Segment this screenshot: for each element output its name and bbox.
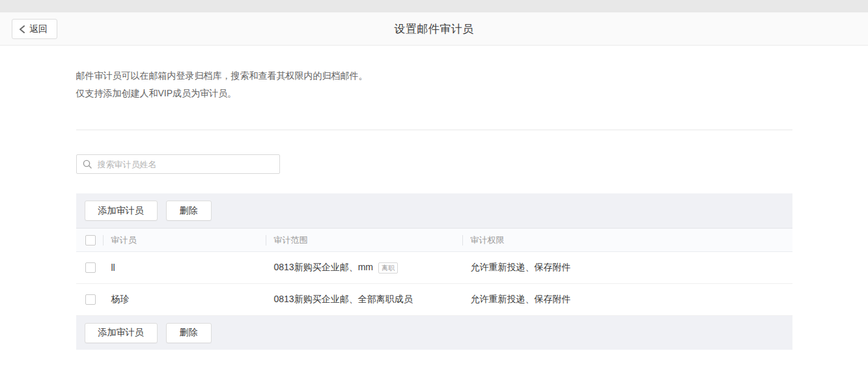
add-auditor-button[interactable]: 添加审计员 xyxy=(85,201,158,221)
intro-text: 邮件审计员可以在邮箱内登录归档库，搜索和查看其权限内的归档邮件。仅支持添加创建人… xyxy=(76,67,792,102)
select-all-checkbox[interactable] xyxy=(85,235,96,246)
auditor-name-cell: 杨珍 xyxy=(103,284,266,315)
row-checkbox-cell xyxy=(76,284,103,315)
row-checkbox[interactable] xyxy=(85,294,96,305)
search-box xyxy=(76,154,280,174)
table-header-row: 审计员 审计范围 审计权限 xyxy=(76,228,792,252)
audit-scope: 0813新购买企业邮、全部离职成员 xyxy=(274,294,413,305)
page-header: 返回 设置邮件审计员 xyxy=(0,12,868,46)
window-top-strip xyxy=(0,0,868,12)
audit-scope-cell: 0813新购买企业邮、mm 离职 xyxy=(266,252,462,283)
page-title: 设置邮件审计员 xyxy=(394,21,474,36)
column-header-auditor-label: 审计员 xyxy=(111,234,137,246)
delete-button-bottom[interactable]: 删除 xyxy=(166,323,212,343)
delete-button[interactable]: 删除 xyxy=(166,201,212,221)
column-header-scope: 审计范围 xyxy=(266,229,462,251)
row-checkbox[interactable] xyxy=(85,262,96,273)
column-header-auditor: 审计员 xyxy=(103,229,266,251)
audit-permission-cell: 允许重新投递、保存附件 xyxy=(462,252,792,283)
toolbar-top: 添加审计员 删除 xyxy=(76,193,792,228)
audit-permission: 允许重新投递、保存附件 xyxy=(471,294,571,305)
audit-scope-cell: 0813新购买企业邮、全部离职成员 xyxy=(266,284,462,315)
header-checkbox-cell xyxy=(76,229,103,251)
column-header-permission-label: 审计权限 xyxy=(471,234,505,246)
table-row: 杨珍 0813新购买企业邮、全部离职成员 允许重新投递、保存附件 xyxy=(76,284,792,316)
audit-scope: 0813新购买企业邮、mm xyxy=(274,262,373,274)
back-button[interactable]: 返回 xyxy=(12,19,57,39)
add-auditor-button-bottom[interactable]: 添加审计员 xyxy=(85,323,158,343)
audit-permission: 允许重新投递、保存附件 xyxy=(471,262,571,274)
row-checkbox-cell xyxy=(76,252,103,283)
toolbar-bottom: 添加审计员 删除 xyxy=(76,316,792,350)
intro-line-2: 仅支持添加创建人和VIP成员为审计员。 xyxy=(76,88,237,98)
content-area: 邮件审计员可以在邮箱内登录归档库，搜索和查看其权限内的归档邮件。仅支持添加创建人… xyxy=(76,67,792,350)
search-input[interactable] xyxy=(76,154,280,174)
back-button-label: 返回 xyxy=(29,23,48,35)
table-row: ll 0813新购买企业邮、mm 离职 允许重新投递、保存附件 xyxy=(76,252,792,284)
auditor-name: 杨珍 xyxy=(111,294,130,305)
audit-permission-cell: 允许重新投递、保存附件 xyxy=(462,284,792,315)
column-header-scope-label: 审计范围 xyxy=(274,234,308,246)
column-header-permission: 审计权限 xyxy=(462,229,792,251)
auditor-name: ll xyxy=(111,262,115,273)
section-divider xyxy=(76,130,792,130)
auditor-table: 审计员 审计范围 审计权限 ll 0813新购买企业邮、mm 离职 允许重新投递… xyxy=(76,228,792,316)
auditor-name-cell: ll xyxy=(103,252,266,283)
resigned-tag: 离职 xyxy=(378,262,398,274)
chevron-left-icon xyxy=(19,25,25,33)
intro-line-1: 邮件审计员可以在邮箱内登录归档库，搜索和查看其权限内的归档邮件。 xyxy=(76,70,368,81)
